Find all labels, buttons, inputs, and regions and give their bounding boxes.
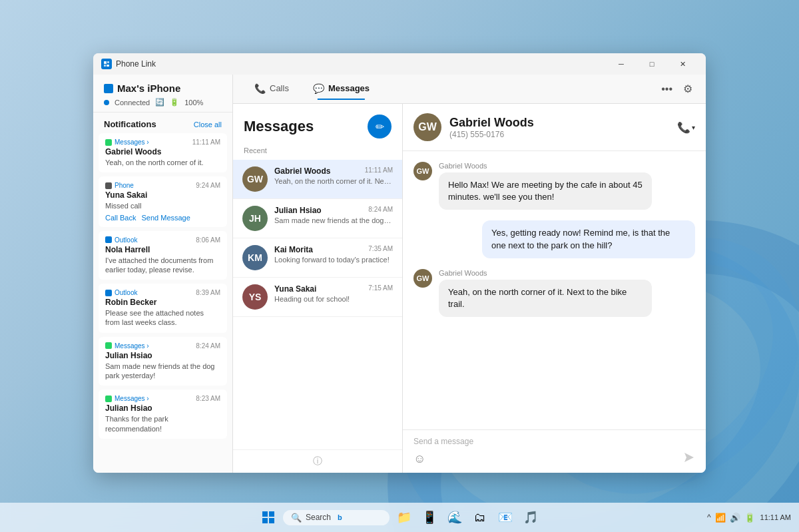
contact-avatar: JH: [242, 206, 268, 231]
chat-msg-avatar: GW: [413, 269, 432, 288]
notification-item[interactable]: Outlook 8:39 AM Robin Becker Please see …: [99, 284, 227, 333]
notif-header: Phone 9:24 AM: [105, 182, 220, 189]
call-back-button[interactable]: Call Back: [105, 214, 136, 222]
messages-icon: [105, 139, 112, 146]
notif-sender: Gabriel Woods: [105, 147, 220, 156]
chat-msg-sender: Gabriel Woods: [439, 269, 695, 277]
notif-time: 11:11 AM: [192, 138, 220, 146]
message-preview: Heading out for school!: [274, 295, 393, 303]
message-list: GW Gabriel Woods 11:11 AM Yeah, on the n…: [233, 160, 402, 449]
chat-bubble: Yeah, on the north corner of it. Next to…: [439, 280, 652, 317]
bing-icon: b: [338, 513, 342, 521]
more-options-button[interactable]: •••: [659, 81, 675, 98]
message-time: 7:15 AM: [368, 284, 393, 294]
taskbar-file-explorer[interactable]: 📁: [394, 507, 415, 528]
notif-time: 8:23 AM: [196, 395, 220, 402]
notif-time: 8:39 AM: [196, 289, 220, 296]
taskbar-app2[interactable]: 🎵: [520, 507, 541, 528]
svg-rect-3: [104, 61, 107, 64]
notif-sender: Julian Hsiao: [105, 403, 220, 413]
notification-item[interactable]: Messages › 11:11 AM Gabriel Woods Yeah, …: [99, 133, 227, 172]
phone-icon: 📞: [677, 121, 690, 134]
taskbar-search[interactable]: 🔍 Search b: [283, 510, 390, 525]
notif-text: Missed call: [105, 201, 220, 210]
minimize-button[interactable]: ─: [606, 53, 637, 75]
contact-avatar: KM: [242, 245, 268, 270]
notif-app-name: Outlook: [105, 289, 137, 296]
send-button[interactable]: [683, 451, 695, 466]
message-list-item[interactable]: GW Gabriel Woods 11:11 AM Yeah, on the n…: [233, 160, 402, 199]
emoji-button[interactable]: ☺: [413, 452, 425, 466]
title-bar: Phone Link ─ □ ✕: [93, 53, 706, 75]
notif-actions: Call Back Send Message: [105, 214, 220, 222]
message-list-item[interactable]: KM Kai Morita 7:35 AM Looking forward to…: [233, 238, 402, 278]
message-preview: Looking forward to today's practice!: [274, 256, 393, 264]
tab-calls[interactable]: 📞 Calls: [244, 78, 300, 101]
nav-tabs: 📞 Calls 💬 Messages ••• ⚙: [233, 75, 706, 104]
notif-text: Sam made new friends at the dog park yes…: [105, 362, 220, 381]
message-info: Julian Hsiao 8:24 AM Sam made new friend…: [274, 206, 393, 224]
message-name-row: Julian Hsiao 8:24 AM: [274, 206, 393, 215]
chevron-up-icon[interactable]: ^: [707, 513, 711, 522]
wifi-icon: 📶: [715, 513, 726, 523]
chat-contact-phone: (415) 555-0176: [449, 130, 677, 139]
notif-text: Yeah, on the north corner of it.: [105, 158, 220, 167]
compose-button[interactable]: ✏: [368, 115, 392, 138]
phone-section: Max's iPhone Connected 🔄 🔋 100%: [93, 75, 232, 113]
taskbar-store[interactable]: 🗂: [469, 507, 491, 528]
message-list-item[interactable]: YS Yuna Sakai 7:15 AM Heading out for sc…: [233, 278, 402, 317]
notif-sender: Yuna Sakai: [105, 190, 220, 200]
call-button[interactable]: 📞 ▾: [677, 121, 695, 134]
messages-panel-title: Messages: [244, 118, 314, 135]
chat-contact-avatar: GW: [413, 113, 441, 141]
notif-sender: Julian Hsiao: [105, 351, 220, 360]
phone-status: Connected 🔄 🔋 100%: [104, 98, 222, 107]
tab-actions: ••• ⚙: [659, 80, 695, 98]
tab-messages[interactable]: 💬 Messages: [302, 78, 380, 101]
taskbar-app1[interactable]: 📧: [495, 507, 516, 528]
sync-icon: 🔄: [155, 98, 164, 107]
settings-button[interactable]: ⚙: [680, 80, 695, 98]
close-all-button[interactable]: Close all: [194, 121, 222, 129]
notif-app-name: Messages ›: [105, 342, 149, 350]
phone-name: Max's iPhone: [104, 83, 222, 94]
chat-msg-avatar: GW: [413, 162, 432, 180]
outlook-icon: [105, 236, 112, 243]
message-info: Kai Morita 7:35 AM Looking forward to to…: [274, 245, 393, 264]
send-message-button[interactable]: Send Message: [141, 214, 190, 222]
window-controls: ─ □ ✕: [606, 53, 698, 75]
contact-name: Kai Morita: [274, 245, 313, 254]
contact-name: Julian Hsiao: [274, 206, 322, 215]
phone-icon: [105, 182, 112, 189]
svg-rect-8: [269, 511, 274, 517]
message-info: Yuna Sakai 7:15 AM Heading out for schoo…: [274, 284, 393, 303]
message-list-item[interactable]: JH Julian Hsiao 8:24 AM Sam made new fri…: [233, 199, 402, 238]
notifications-header: Notifications Close all: [93, 113, 232, 133]
calls-label: Calls: [270, 83, 289, 93]
notif-app-name: Outlook: [105, 236, 137, 244]
battery-icon: 🔋: [170, 98, 179, 107]
phone-brand-icon: [104, 84, 113, 93]
connection-dot: [104, 100, 109, 105]
contact-avatar: YS: [242, 284, 268, 310]
close-button[interactable]: ✕: [667, 53, 698, 75]
taskbar-edge[interactable]: 🌊: [444, 507, 465, 528]
search-text: Search: [306, 513, 331, 522]
chat-message-sent: Yes, getting ready now! Remind me, is th…: [413, 220, 695, 258]
notification-item[interactable]: Outlook 8:06 AM Nola Harrell I've attach…: [99, 231, 227, 280]
notifications-title: Notifications: [104, 119, 156, 129]
outlook-icon: [105, 290, 112, 296]
restore-button[interactable]: □: [637, 53, 667, 75]
chat-msg-content: Yes, getting ready now! Remind me, is th…: [413, 220, 695, 258]
chat-messages: GW Gabriel Woods Hello Max! We are meeti…: [403, 151, 706, 429]
notification-item[interactable]: Messages › 8:23 AM Julian Hsiao Thanks f…: [99, 390, 227, 439]
notif-sender: Robin Becker: [105, 298, 220, 307]
calls-icon: 📞: [254, 83, 266, 94]
start-button[interactable]: [258, 507, 279, 528]
notification-item[interactable]: Messages › 8:24 AM Julian Hsiao Sam made…: [99, 337, 227, 386]
taskbar-center: 🔍 Search b 📁 📱 🌊 🗂 📧 🎵: [258, 507, 541, 528]
chat-bubble: Hello Max! We are meeting by the cafe in…: [439, 172, 652, 210]
notification-item[interactable]: Phone 9:24 AM Yuna Sakai Missed call Cal…: [99, 176, 227, 226]
taskbar-phone-link[interactable]: 📱: [419, 507, 440, 528]
notif-sender: Nola Harrell: [105, 245, 220, 254]
